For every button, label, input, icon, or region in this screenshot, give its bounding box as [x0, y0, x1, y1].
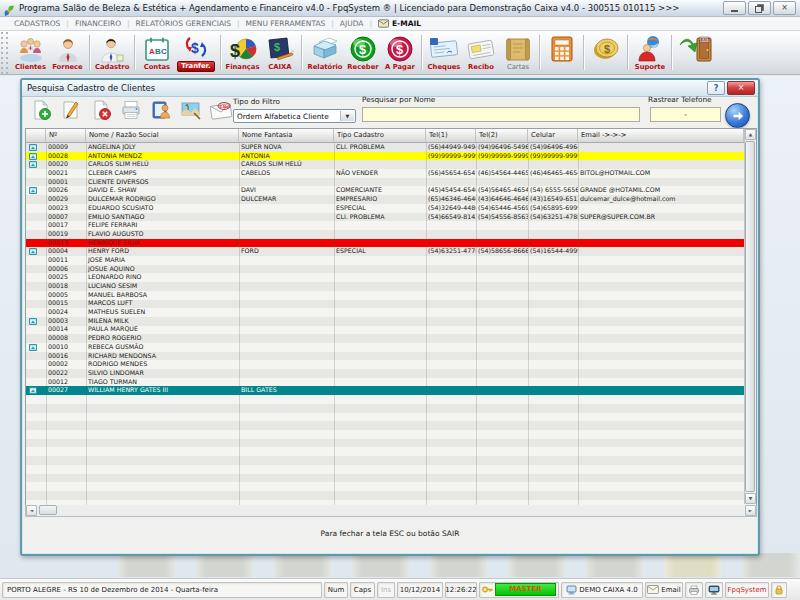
scroll-down-button[interactable]: ▼ — [745, 493, 756, 504]
table-row[interactable]: 00020CARLOS SLIM HELÚCARLOS SLIM HELÚ — [26, 160, 744, 169]
toolbar-button-tranfer[interactable]: $Tranfer. — [175, 31, 216, 74]
toolbar-button-clientes[interactable]: Clientes — [12, 31, 49, 74]
menu-item-ajuda[interactable]: AJUDA — [334, 19, 370, 28]
menu-item-relatorios-gerenciais[interactable]: RELATÓRIOS GERENCIAIS — [130, 19, 237, 28]
column-header-tipo-cadastro[interactable]: Tipo Cadastro — [334, 129, 426, 142]
table-row[interactable]: 00016RICHARD MENDONSA — [26, 352, 744, 361]
toolbar-button-calculator[interactable] — [543, 31, 580, 74]
table-row[interactable]: 00018LUCIANO SESIM — [26, 282, 744, 291]
cell — [239, 204, 334, 213]
toolbar-button-a-pagar[interactable]: $A Pagar — [381, 31, 418, 74]
edit-record-button[interactable] — [58, 99, 83, 124]
cell — [426, 317, 476, 326]
cell: (54)54556-8563 — [476, 213, 528, 222]
status-email[interactable]: Email — [645, 582, 683, 598]
contacts-button[interactable] — [148, 99, 173, 124]
table-row[interactable]: 00017FELIPE FERRARI — [26, 221, 744, 230]
minimize-button[interactable] — [723, 1, 746, 15]
table-row[interactable]: 00004HENRY FORDFORDESPECIAL(54)63251-477… — [26, 247, 744, 256]
table-row[interactable]: 00021CLEBER CAMPSCABELOSNÃO VENDER(56)45… — [26, 169, 744, 178]
add-record-icon — [30, 99, 52, 125]
table-row[interactable]: 00025LEONARDO RINO — [26, 273, 744, 282]
search-name-input[interactable] — [362, 107, 640, 122]
scroll-up-button[interactable]: ▲ — [745, 129, 756, 140]
table-row[interactable]: 00012TIAGO TURMAN — [26, 378, 744, 387]
column-header-nome-razao-social[interactable]: Nome / Razão Social — [86, 129, 239, 142]
column-header-celular[interactable]: Celular — [528, 129, 578, 142]
table-row[interactable]: 00013HENRIQUE SILVA — [26, 239, 744, 248]
add-record-button[interactable] — [28, 99, 53, 124]
track-phone-input[interactable] — [650, 107, 721, 122]
table-row[interactable]: 00014PAULA MARQUE — [26, 325, 744, 334]
transfer-icon: $ — [182, 33, 210, 61]
toolbar-button-fornece[interactable]: Fornece — [49, 31, 86, 74]
help-button[interactable]: ? — [707, 81, 725, 95]
close-button[interactable]: × — [773, 1, 796, 15]
table-row[interactable]: 00011JOSE MARIA — [26, 256, 744, 265]
report-icon — [310, 35, 340, 63]
toolbar-button-contas[interactable]: ABCContas — [138, 31, 175, 74]
status-printer[interactable] — [685, 582, 703, 598]
column-header-icon[interactable] — [26, 129, 46, 142]
chevron-down-icon[interactable]: ▼ — [340, 111, 354, 121]
toolbar-button-relatorio[interactable]: Relatório — [305, 31, 344, 74]
filter-type-dropdown[interactable]: Ordem Alfabetica Cliente ▼ — [233, 109, 356, 123]
table-row[interactable]: 00024MATHEUS SUELEN — [26, 308, 744, 317]
vertical-scrollbar[interactable]: ▲ ▼ — [744, 129, 756, 504]
search-go-button[interactable] — [725, 103, 750, 128]
table-row[interactable]: 00015MARCOS LUFT — [26, 299, 744, 308]
horizontal-scrollbar[interactable]: ◄ ► — [25, 505, 757, 517]
toolbar-button-suporte[interactable]: Suporte — [631, 31, 668, 74]
send-email-button[interactable]: E-Mail — [208, 99, 233, 124]
cell — [476, 291, 528, 300]
table-row[interactable]: 00026DAVID E. SHAWDAVICOMERCIANTE(45)454… — [26, 186, 744, 195]
horizontal-scroll-thumb[interactable] — [39, 505, 57, 515]
status-network[interactable] — [705, 582, 723, 598]
column-header-email[interactable]: Email ->->-> — [578, 129, 744, 142]
cell — [476, 221, 528, 230]
scroll-right-button[interactable]: ► — [745, 505, 756, 516]
print-button[interactable] — [118, 99, 143, 124]
toolbar-button-caixa[interactable]: $CAIXA — [261, 31, 298, 74]
row-icon-cell — [26, 299, 46, 308]
menu-item-menu-ferramentas[interactable]: MENU FERRAMENTAS — [240, 19, 332, 28]
menu-item-cadastros[interactable]: CADASTROS — [8, 19, 66, 28]
toolbar-button-cartas[interactable]: Cartas — [499, 31, 536, 74]
toolbar-button-cheques[interactable]: Cheques — [425, 31, 462, 74]
toolbar-button-coin[interactable]: $ — [587, 31, 624, 74]
table-row[interactable]: 00002RODRIGO MENDES — [26, 360, 744, 369]
table-row[interactable]: 00027WILLIAM HENRY GATES IIIBILL GATES — [26, 386, 744, 395]
vertical-scroll-thumb[interactable] — [745, 141, 755, 492]
delete-record-button[interactable] — [88, 99, 113, 124]
toolbar-button-recibo[interactable]: Recibo — [462, 31, 499, 74]
column-header-nome-fantasia[interactable]: Nome Fantasia — [239, 129, 334, 142]
menu-item-e-mail[interactable]: E-MAIL — [372, 19, 427, 28]
table-row[interactable]: 00029DULCEMAR RODRIGODULCEMAREMPRESARIO(… — [26, 195, 744, 204]
window-close-button[interactable]: × — [727, 81, 755, 95]
toolbar-button-receber[interactable]: $Receber — [344, 31, 381, 74]
table-row[interactable]: 00019FLAVIO AUGUSTO — [26, 230, 744, 239]
column-header-tel-1[interactable]: Tel(1) — [426, 129, 476, 142]
column-header-n[interactable]: Nº — [46, 129, 86, 142]
row-icon-cell — [26, 256, 46, 265]
table-row[interactable]: 00023EDUARDO SCUSIATOESPECIAL(54)32649-4… — [26, 204, 744, 213]
scroll-left-button[interactable]: ◄ — [26, 505, 37, 516]
photo-button[interactable] — [178, 99, 203, 124]
table-row[interactable]: 00006JOSUE AQUINO — [26, 265, 744, 274]
table-row[interactable]: 00028ANTONIA MENDZANTONIA(99)99999-9999(… — [26, 152, 744, 161]
table-row[interactable]: 00010REBECA GUSMÃO — [26, 343, 744, 352]
table-row[interactable]: 00001CLIENTE DIVERSOS — [26, 178, 744, 187]
toolbar-button-financas[interactable]: $Finanças — [224, 31, 262, 74]
svg-text:EXIT: EXIT — [701, 37, 710, 42]
toolbar-button-exit[interactable]: EXIT — [675, 31, 719, 74]
restore-button[interactable] — [748, 1, 771, 15]
toolbar-button-cadastro[interactable]: Cadastro — [93, 31, 131, 74]
table-row[interactable]: 00005MANUEL BARBOSA — [26, 291, 744, 300]
table-row[interactable]: 00003MILENA MILK — [26, 317, 744, 326]
table-row[interactable]: 00007EMILIO SANTIAGOCLI. PROBLEMA(54)665… — [26, 213, 744, 222]
table-row[interactable]: 00008PEDRO ROGERIO — [26, 334, 744, 343]
table-row[interactable]: 00022SILVIO LINDOMAR — [26, 369, 744, 378]
table-row[interactable]: 00009ANGELINA JOLYSUPER NOVACLI. PROBLEM… — [26, 143, 744, 152]
column-header-tel-2[interactable]: Tel(2) — [476, 129, 528, 142]
menu-item-financeiro[interactable]: FINANCEIRO — [69, 19, 127, 28]
